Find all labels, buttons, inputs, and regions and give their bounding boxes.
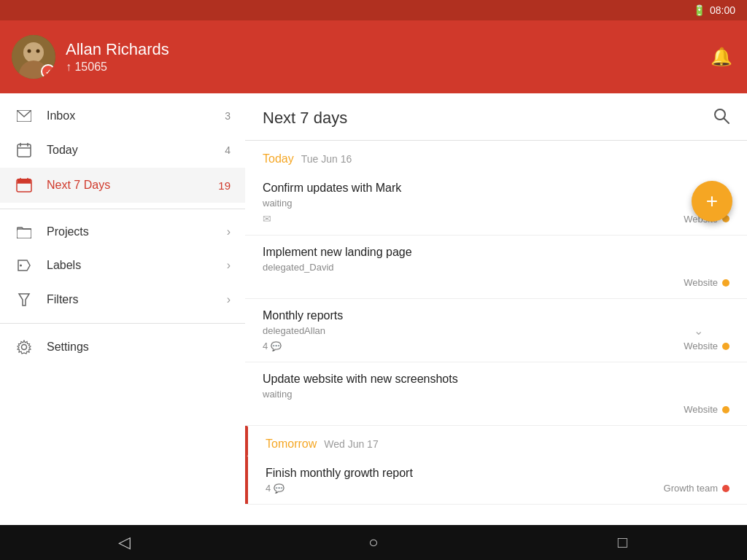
task-footer-4: Website — [263, 404, 729, 415]
task-sub-1: waiting — [263, 198, 729, 209]
comment-icon-5: 💬 — [274, 483, 285, 494]
content-area: Next 7 days Today Tue Jun 16 Confirm upd… — [245, 93, 747, 525]
filters-icon — [15, 292, 34, 307]
section-today-date: Tue Jun 16 — [301, 153, 352, 165]
count-number-5: 4 — [266, 483, 271, 494]
projects-chevron: › — [227, 225, 231, 238]
count-number-3: 4 — [263, 341, 268, 351]
sidebar-item-projects[interactable]: Projects › — [0, 215, 245, 249]
app-header: ✓ Allan Richards ↑ 15065 🔔 — [0, 20, 747, 93]
task-item-confirm-updates[interactable]: Confirm updates with Mark waiting ✉ Webs… — [245, 171, 747, 236]
task-project-5: Growth team — [664, 483, 729, 494]
task-project-2: Website — [684, 277, 729, 288]
task-sub-3: delegatedAllan — [263, 325, 729, 336]
fab-button[interactable]: + — [692, 181, 732, 222]
svg-rect-14 — [18, 179, 31, 183]
inbox-count: 3 — [225, 110, 231, 122]
section-tomorrow-date: Wed Jun 17 — [324, 438, 378, 450]
tasks-list: Today Tue Jun 16 Confirm updates with Ma… — [245, 141, 747, 523]
svg-rect-15 — [17, 229, 31, 238]
task-title-4: Update website with new screenshots — [263, 373, 729, 386]
user-info: Allan Richards ↑ 15065 — [66, 40, 169, 74]
task-count-3: 4 💬 — [263, 341, 282, 351]
project-name-2: Website — [684, 277, 718, 288]
sidebar-item-labels[interactable]: Labels › — [0, 249, 245, 282]
sidebar-divider-2 — [0, 323, 245, 324]
filters-label: Filters — [47, 293, 227, 306]
recents-button[interactable]: □ — [600, 525, 644, 560]
content-panel: Next 7 days Today Tue Jun 16 Confirm upd… — [245, 93, 747, 525]
inbox-icon — [15, 110, 34, 122]
task-footer-5: 4 💬 Growth team — [266, 483, 729, 494]
svg-point-3 — [28, 50, 31, 53]
filters-chevron: › — [227, 293, 231, 306]
svg-rect-6 — [18, 144, 31, 157]
inbox-label: Inbox — [47, 109, 225, 122]
expand-icon-3[interactable]: ⌄ — [694, 324, 703, 338]
today-count: 4 — [225, 144, 231, 156]
user-name: Allan Richards — [66, 40, 169, 59]
sidebar-divider-1 — [0, 209, 245, 209]
status-bar: 🔋 08:00 — [0, 0, 747, 20]
panel-header: Next 7 days — [245, 93, 747, 141]
task-count-5: 4 💬 — [266, 483, 285, 494]
next7days-icon — [15, 178, 34, 192]
section-today-label: Today — [263, 152, 294, 166]
svg-point-4 — [36, 50, 40, 53]
svg-point-18 — [22, 345, 27, 350]
panel-title: Next 7 days — [263, 109, 347, 128]
user-karma: ↑ 15065 — [66, 61, 169, 74]
tomorrow-accent — [245, 426, 248, 456]
task-item-growth-report[interactable]: Finish monthly growth report 4 💬 Growth … — [245, 456, 747, 505]
task-footer-2: Website — [263, 277, 729, 288]
bottom-nav: ◁ ○ □ — [0, 525, 747, 560]
today-label: Today — [47, 144, 225, 157]
sidebar-item-filters[interactable]: Filters › — [0, 282, 245, 317]
sidebar-item-next7days[interactable]: Next 7 Days 19 — [0, 168, 245, 203]
task-title-3: Monthly reports — [263, 309, 729, 322]
main-layout: Inbox 3 Today 4 Next 7 Days 19 Projects … — [0, 93, 747, 525]
notification-icon[interactable]: 🔔 — [711, 47, 732, 67]
home-button[interactable]: ○ — [352, 525, 395, 560]
section-today-header: Today Tue Jun 16 — [245, 141, 747, 171]
task-item-landing-page[interactable]: Implement new landing page delegated_Dav… — [245, 236, 747, 299]
search-icon[interactable] — [713, 108, 729, 128]
avatar[interactable]: ✓ — [12, 35, 55, 79]
task-footer-1: ✉ Website — [263, 213, 729, 225]
battery-icon: 🔋 — [693, 4, 705, 16]
settings-label: Settings — [47, 341, 231, 354]
projects-icon — [15, 225, 34, 238]
project-dot-2 — [722, 279, 729, 287]
projects-label: Projects — [47, 225, 227, 238]
project-dot-5 — [722, 485, 729, 492]
status-time: 08:00 — [710, 4, 735, 16]
section-tomorrow-header: Tomorrow Wed Jun 17 — [245, 426, 747, 456]
today-icon — [15, 143, 34, 158]
labels-icon — [15, 259, 34, 272]
sidebar: Inbox 3 Today 4 Next 7 Days 19 Projects … — [0, 93, 245, 525]
sidebar-item-today[interactable]: Today 4 — [0, 133, 245, 168]
task-sub-4: waiting — [263, 389, 729, 400]
task-project-3: Website — [684, 341, 729, 351]
task-sub-2: delegated_David — [263, 262, 729, 273]
sidebar-item-settings[interactable]: Settings — [0, 330, 245, 365]
task-item-monthly-reports[interactable]: Monthly reports delegatedAllan 4 💬 Websi… — [245, 299, 747, 362]
task-title-2: Implement new landing page — [263, 246, 729, 259]
project-dot-3 — [722, 343, 729, 350]
task-project-4: Website — [684, 404, 729, 415]
task-footer-3: 4 💬 Website — [263, 341, 729, 351]
task-title-5: Finish monthly growth report — [266, 467, 729, 480]
sidebar-item-inbox[interactable]: Inbox 3 — [0, 99, 245, 133]
next7days-count: 19 — [218, 179, 231, 192]
svg-point-1 — [23, 42, 44, 63]
tomorrow-task-accent — [245, 456, 248, 504]
task-title-1: Confirm updates with Mark — [263, 182, 729, 195]
svg-line-20 — [724, 119, 729, 124]
section-tomorrow-label: Tomorrow — [266, 438, 317, 451]
back-button[interactable]: ◁ — [103, 525, 147, 560]
labels-chevron: › — [227, 259, 231, 272]
project-name-3: Website — [684, 341, 718, 351]
task-item-screenshots[interactable]: Update website with new screenshots wait… — [245, 362, 747, 426]
project-name-4: Website — [684, 404, 718, 415]
project-name-5: Growth team — [664, 483, 718, 494]
